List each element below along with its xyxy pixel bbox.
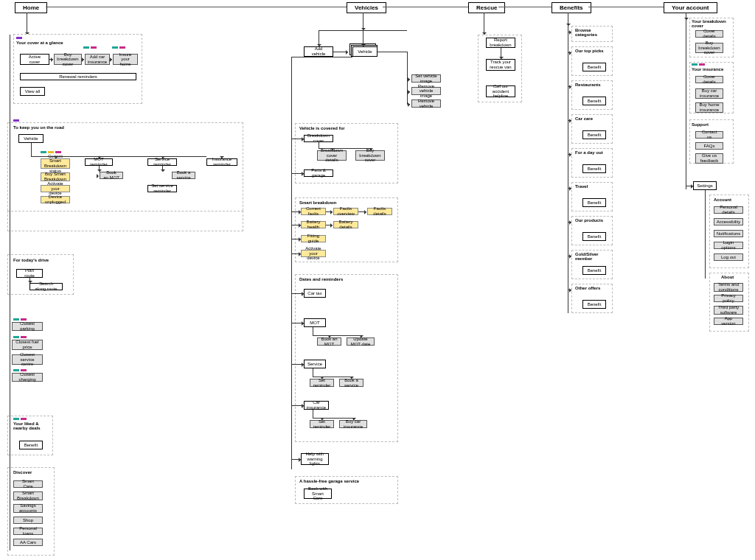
book-smart-care[interactable]: Book with Smart Care: [304, 489, 332, 499]
tab-account[interactable]: Your account: [664, 2, 717, 13]
report-breakdown[interactable]: Report breakdown: [486, 38, 515, 48]
title-liked: Your liked & nearby deals: [13, 421, 50, 430]
title-about: About: [721, 275, 734, 279]
acct-2[interactable]: Notifications: [714, 230, 743, 237]
closest-parking[interactable]: Closest parking: [12, 322, 43, 331]
benefit-title-0: Browse categories: [575, 28, 612, 37]
acct-1[interactable]: Accessibility: [714, 218, 743, 225]
battery-details[interactable]: Battery details: [333, 221, 358, 228]
faqs[interactable]: FAQs: [695, 142, 723, 150]
current-faults[interactable]: Current faults: [301, 208, 326, 215]
activate-device[interactable]: Activate your device: [41, 185, 70, 192]
search-along-route[interactable]: Search along route: [29, 283, 63, 290]
parts-garage[interactable]: Parts & garage: [304, 169, 333, 177]
benefit-title-4: For a day out: [575, 150, 612, 155]
view-all[interactable]: View all: [20, 87, 45, 96]
benefit-title-1: Our top picks: [575, 49, 612, 53]
title-discover: Discover: [13, 470, 32, 475]
tab-benefits[interactable]: Benefits: [552, 2, 591, 13]
title-dates: Dates and reminders: [299, 277, 343, 281]
car-ins[interactable]: Car insurance: [304, 401, 329, 410]
acct-3[interactable]: Login options: [714, 242, 743, 249]
contact-us[interactable]: Contact us: [695, 131, 723, 139]
set-vehicle-image[interactable]: Set vehicle image: [411, 74, 441, 83]
benefit-title-3: Car care: [575, 116, 612, 121]
benefit-title-5: Travel: [575, 184, 612, 189]
activate-device-v[interactable]: Activate your device: [301, 250, 326, 257]
tab-rescue[interactable]: Rescue: [468, 2, 505, 13]
liked-benefit[interactable]: Benefit: [19, 441, 43, 449]
sitemap-diagram: { "tabs": { "home":"Home","vehicles":"Ve…: [0, 0, 755, 560]
vehicles-add[interactable]: Add vehicle: [304, 46, 333, 57]
cover-details-2[interactable]: Cover details: [695, 76, 723, 83]
set-service-reminder[interactable]: Set service reminder: [147, 185, 177, 192]
closest-service[interactable]: Closest service centre: [12, 354, 43, 365]
benefit-title-2: Restaurants: [575, 83, 612, 87]
closest-fuel[interactable]: Closest fuel price: [12, 340, 43, 350]
acct-4[interactable]: Log out: [714, 253, 743, 261]
mot[interactable]: MOT: [304, 318, 326, 327]
benefit-stack-1[interactable]: Benefit: [582, 63, 606, 71]
warning-lights[interactable]: Help with warning lights: [301, 453, 329, 465]
remove-vehicle[interactable]: Remove vehicle: [411, 99, 441, 108]
benefit-title-7: Gold/Silver member: [575, 252, 612, 261]
settings[interactable]: Settings: [693, 181, 717, 190]
tab-vehicles[interactable]: Vehicles: [347, 2, 386, 13]
discover-2[interactable]: Savings accounts: [13, 504, 43, 513]
title-drive: For today's drive: [13, 258, 49, 262]
closest-charging[interactable]: Closest charging: [12, 373, 43, 382]
discover-3[interactable]: Shop: [13, 517, 43, 524]
breakdown-cover[interactable]: Breakdown cover: [304, 135, 333, 142]
book-service[interactable]: Book a service: [172, 172, 195, 179]
title-garage: A hassle-free garage service: [299, 479, 359, 483]
call-helpline[interactable]: Call our accident helpline: [486, 85, 515, 97]
feedback[interactable]: Give us feedback: [695, 153, 723, 164]
add-car-insurance[interactable]: Add car insurance: [85, 54, 110, 65]
buy-car-ins-acct[interactable]: Buy car insurance: [695, 88, 723, 99]
cover-details-1[interactable]: Cover details: [695, 30, 723, 38]
faults-overview[interactable]: Faults overview: [333, 208, 358, 215]
discover-1[interactable]: Smart Breakdown: [13, 491, 43, 500]
benefit-stack-5[interactable]: Benefit: [582, 198, 606, 207]
about-0[interactable]: Terms and conditions: [714, 283, 743, 292]
acct-0[interactable]: Personal details: [714, 206, 743, 214]
insure-your-home[interactable]: Insure your home: [113, 54, 138, 65]
about-3[interactable]: App version: [714, 318, 743, 325]
buy-home-ins-acct[interactable]: Buy home insurance: [695, 102, 723, 113]
benefit-stack-6[interactable]: Benefit: [582, 232, 606, 241]
faults-details[interactable]: Faults details: [367, 208, 392, 215]
benefit-stack-2[interactable]: Benefit: [582, 97, 606, 105]
tab-home[interactable]: Home: [15, 2, 47, 13]
device-unplugged[interactable]: Device unplugged: [41, 196, 70, 203]
car-tax[interactable]: Car tax: [304, 289, 326, 298]
service[interactable]: Service: [304, 360, 326, 368]
remove-vehicle-image[interactable]: Remove vehicle image: [411, 87, 441, 95]
discover-0[interactable]: Smart Care: [13, 480, 43, 488]
buy-smart-breakdown[interactable]: Buy Smart Breakdown: [41, 172, 70, 181]
title-account-breakdown: Your breakdown cover: [692, 19, 728, 28]
renewal-reminders[interactable]: Renewal reminders: [20, 73, 136, 80]
title-smart: Smart breakdown: [299, 200, 336, 205]
title-road: To keep you on the road: [13, 125, 64, 130]
benefit-title-8: Other offers: [575, 286, 612, 290]
about-1[interactable]: Privacy policy: [714, 295, 743, 302]
buy-breakdown-cover[interactable]: Buy breakdown cover: [54, 54, 82, 65]
benefit-stack-7[interactable]: Benefit: [582, 266, 606, 275]
vehicle-stack[interactable]: Vehicle: [18, 134, 44, 143]
buy-breakdown-acct[interactable]: Buy breakdown cover: [695, 43, 723, 53]
active-cover[interactable]: Active cover: [20, 54, 49, 65]
benefit-stack-4[interactable]: Benefit: [582, 164, 606, 173]
fitting-guide[interactable]: Fitting guide: [301, 235, 326, 242]
panel-add-vehicle: [7, 211, 243, 231]
about-2[interactable]: Third party software: [714, 306, 743, 315]
plan-route[interactable]: Plan route: [16, 269, 43, 278]
benefit-stack-8[interactable]: Benefit: [582, 300, 606, 309]
benefit-stack-3[interactable]: Benefit: [582, 130, 606, 139]
title-covered: Vehicle is covered for: [299, 126, 345, 130]
vehicles-vehicle[interactable]: Vehicle: [352, 46, 378, 57]
book-mot[interactable]: Book an MOT: [100, 172, 123, 179]
discover-5[interactable]: AA Cars: [13, 539, 43, 546]
battery-health[interactable]: Battery health: [301, 221, 326, 228]
discover-4[interactable]: Personal loans: [13, 528, 43, 535]
title-account-sub: Account: [714, 197, 731, 202]
